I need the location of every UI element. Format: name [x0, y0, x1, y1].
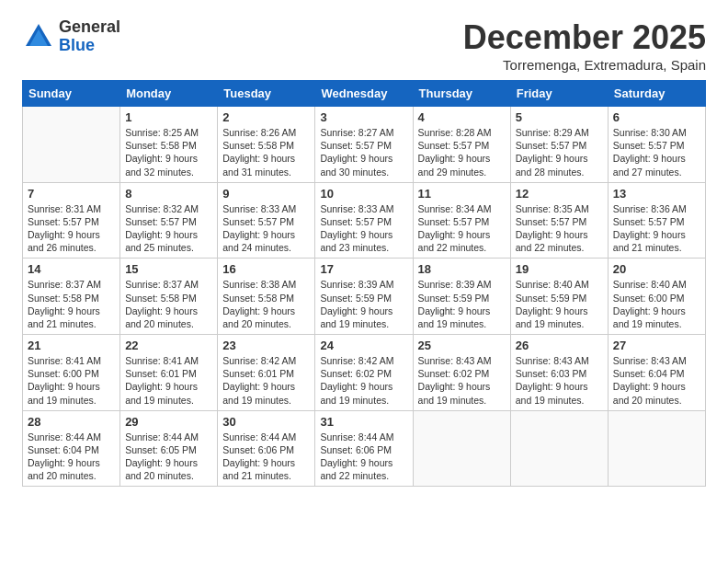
day-number: 1: [125, 110, 212, 124]
col-header-wednesday: Wednesday: [315, 81, 413, 107]
col-header-tuesday: Tuesday: [218, 81, 315, 107]
calendar-cell: 11Sunrise: 8:34 AMSunset: 5:57 PMDayligh…: [413, 182, 510, 259]
day-info: Sunrise: 8:29 AMSunset: 5:57 PMDaylight:…: [516, 126, 603, 178]
logo-text: General Blue: [59, 18, 120, 55]
calendar-cell: 1Sunrise: 8:25 AMSunset: 5:58 PMDaylight…: [120, 107, 218, 183]
col-header-friday: Friday: [510, 81, 608, 107]
day-info: Sunrise: 8:33 AMSunset: 5:57 PMDaylight:…: [320, 202, 407, 255]
day-info: Sunrise: 8:37 AMSunset: 5:58 PMDaylight:…: [125, 278, 212, 330]
day-number: 11: [418, 187, 506, 201]
day-info: Sunrise: 8:41 AMSunset: 6:01 PMDaylight:…: [125, 354, 212, 407]
location-subtitle: Torremenga, Extremadura, Spain: [463, 57, 706, 73]
day-number: 5: [516, 110, 603, 124]
day-info: Sunrise: 8:25 AMSunset: 5:58 PMDaylight:…: [125, 126, 212, 178]
day-number: 9: [222, 187, 310, 201]
calendar-cell: 9Sunrise: 8:33 AMSunset: 5:57 PMDaylight…: [218, 182, 315, 259]
calendar-cell: 3Sunrise: 8:27 AMSunset: 5:57 PMDaylight…: [315, 107, 413, 183]
day-number: 28: [28, 415, 115, 429]
day-number: 23: [222, 339, 310, 352]
day-number: 13: [613, 187, 700, 201]
day-info: Sunrise: 8:41 AMSunset: 6:00 PMDaylight:…: [28, 354, 115, 407]
calendar-cell: [413, 410, 510, 487]
day-number: 15: [125, 262, 212, 276]
day-info: Sunrise: 8:44 AMSunset: 6:05 PMDaylight:…: [125, 431, 212, 483]
day-number: 26: [516, 339, 603, 352]
logo-icon: [22, 20, 55, 53]
day-number: 22: [125, 339, 212, 352]
calendar-cell: 22Sunrise: 8:41 AMSunset: 6:01 PMDayligh…: [120, 335, 218, 411]
day-number: 8: [125, 187, 212, 201]
day-info: Sunrise: 8:36 AMSunset: 5:57 PMDaylight:…: [613, 202, 700, 255]
calendar-cell: 14Sunrise: 8:37 AMSunset: 5:58 PMDayligh…: [23, 259, 120, 335]
calendar-cell: 20Sunrise: 8:40 AMSunset: 6:00 PMDayligh…: [608, 259, 705, 335]
col-header-thursday: Thursday: [413, 81, 510, 107]
day-info: Sunrise: 8:40 AMSunset: 6:00 PMDaylight:…: [613, 278, 700, 330]
day-info: Sunrise: 8:43 AMSunset: 6:02 PMDaylight:…: [418, 354, 506, 407]
calendar-cell: 30Sunrise: 8:44 AMSunset: 6:06 PMDayligh…: [218, 410, 315, 487]
day-info: Sunrise: 8:33 AMSunset: 5:57 PMDaylight:…: [222, 202, 310, 255]
calendar-cell: [510, 410, 608, 487]
day-number: 20: [613, 262, 700, 276]
logo-general-text: General: [59, 18, 120, 37]
week-row-4: 21Sunrise: 8:41 AMSunset: 6:00 PMDayligh…: [23, 335, 706, 411]
calendar-cell: 31Sunrise: 8:44 AMSunset: 6:06 PMDayligh…: [315, 410, 413, 487]
calendar-cell: 12Sunrise: 8:35 AMSunset: 5:57 PMDayligh…: [510, 182, 608, 259]
day-info: Sunrise: 8:42 AMSunset: 6:01 PMDaylight:…: [222, 354, 310, 407]
col-header-sunday: Sunday: [23, 81, 120, 107]
day-number: 17: [320, 262, 407, 276]
calendar-cell: 10Sunrise: 8:33 AMSunset: 5:57 PMDayligh…: [315, 182, 413, 259]
logo: General Blue: [22, 18, 120, 55]
calendar-cell: 2Sunrise: 8:26 AMSunset: 5:58 PMDaylight…: [218, 107, 315, 183]
day-info: Sunrise: 8:40 AMSunset: 5:59 PMDaylight:…: [516, 278, 603, 330]
day-number: 19: [516, 262, 603, 276]
week-row-5: 28Sunrise: 8:44 AMSunset: 6:04 PMDayligh…: [23, 410, 706, 487]
day-info: Sunrise: 8:44 AMSunset: 6:04 PMDaylight:…: [28, 431, 115, 483]
title-area: December 2025 Torremenga, Extremadura, S…: [463, 18, 706, 73]
day-number: 25: [418, 339, 506, 352]
calendar-cell: 17Sunrise: 8:39 AMSunset: 5:59 PMDayligh…: [315, 259, 413, 335]
calendar-cell: 25Sunrise: 8:43 AMSunset: 6:02 PMDayligh…: [413, 335, 510, 411]
month-title: December 2025: [463, 18, 706, 57]
week-row-2: 7Sunrise: 8:31 AMSunset: 5:57 PMDaylight…: [23, 182, 706, 259]
day-number: 2: [222, 110, 310, 124]
calendar-cell: 21Sunrise: 8:41 AMSunset: 6:00 PMDayligh…: [23, 335, 120, 411]
calendar-cell: 23Sunrise: 8:42 AMSunset: 6:01 PMDayligh…: [218, 335, 315, 411]
day-info: Sunrise: 8:38 AMSunset: 5:58 PMDaylight:…: [222, 278, 310, 330]
day-number: 31: [320, 415, 407, 429]
day-number: 30: [222, 415, 310, 429]
col-header-saturday: Saturday: [608, 81, 705, 107]
day-info: Sunrise: 8:39 AMSunset: 5:59 PMDaylight:…: [418, 278, 506, 330]
day-number: 16: [222, 262, 310, 276]
day-number: 29: [125, 415, 212, 429]
day-number: 27: [613, 339, 700, 352]
calendar-cell: 19Sunrise: 8:40 AMSunset: 5:59 PMDayligh…: [510, 259, 608, 335]
calendar-cell: 15Sunrise: 8:37 AMSunset: 5:58 PMDayligh…: [120, 259, 218, 335]
calendar-cell: [23, 107, 120, 183]
calendar-cell: 6Sunrise: 8:30 AMSunset: 5:57 PMDaylight…: [608, 107, 705, 183]
calendar-cell: 7Sunrise: 8:31 AMSunset: 5:57 PMDaylight…: [23, 182, 120, 259]
day-info: Sunrise: 8:37 AMSunset: 5:58 PMDaylight:…: [28, 278, 115, 330]
calendar-cell: 29Sunrise: 8:44 AMSunset: 6:05 PMDayligh…: [120, 410, 218, 487]
day-number: 24: [320, 339, 407, 352]
calendar-cell: 5Sunrise: 8:29 AMSunset: 5:57 PMDaylight…: [510, 107, 608, 183]
day-info: Sunrise: 8:35 AMSunset: 5:57 PMDaylight:…: [516, 202, 603, 255]
header: General Blue December 2025 Torremenga, E…: [22, 18, 706, 73]
day-info: Sunrise: 8:34 AMSunset: 5:57 PMDaylight:…: [418, 202, 506, 255]
day-info: Sunrise: 8:27 AMSunset: 5:57 PMDaylight:…: [320, 126, 407, 178]
calendar-cell: 13Sunrise: 8:36 AMSunset: 5:57 PMDayligh…: [608, 182, 705, 259]
day-info: Sunrise: 8:43 AMSunset: 6:04 PMDaylight:…: [613, 354, 700, 407]
day-number: 10: [320, 187, 407, 201]
day-number: 7: [28, 187, 115, 201]
calendar-cell: 8Sunrise: 8:32 AMSunset: 5:57 PMDaylight…: [120, 182, 218, 259]
day-number: 14: [28, 262, 115, 276]
day-info: Sunrise: 8:44 AMSunset: 6:06 PMDaylight:…: [320, 431, 407, 483]
day-info: Sunrise: 8:30 AMSunset: 5:57 PMDaylight:…: [613, 126, 700, 178]
column-header-row: SundayMondayTuesdayWednesdayThursdayFrid…: [23, 81, 706, 107]
calendar-cell: [608, 410, 705, 487]
calendar-table: SundayMondayTuesdayWednesdayThursdayFrid…: [22, 80, 706, 487]
col-header-monday: Monday: [120, 81, 218, 107]
calendar-cell: 16Sunrise: 8:38 AMSunset: 5:58 PMDayligh…: [218, 259, 315, 335]
day-number: 4: [418, 110, 506, 124]
day-number: 3: [320, 110, 407, 124]
calendar-cell: 18Sunrise: 8:39 AMSunset: 5:59 PMDayligh…: [413, 259, 510, 335]
